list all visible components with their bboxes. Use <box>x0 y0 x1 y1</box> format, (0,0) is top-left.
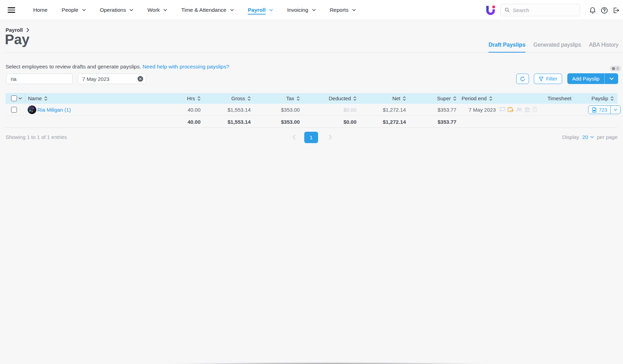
chevron-down-icon <box>590 136 594 138</box>
chevron-down-icon <box>614 109 617 111</box>
refresh-button[interactable] <box>516 74 529 84</box>
employee-filter-input[interactable] <box>6 74 73 84</box>
tab-generated-payslips[interactable]: Generated payslips <box>533 42 581 53</box>
add-payslip-button[interactable]: Add Payslip <box>567 73 604 84</box>
total-tax: $353.00 <box>281 116 300 128</box>
comment-icon[interactable] <box>499 106 505 113</box>
tab-aba-history[interactable]: ABA History <box>589 42 619 53</box>
col-header-tax[interactable]: Tax <box>286 93 300 104</box>
totals-row: 40.00 $1,553.14 $353.00 $0.00 $1,272.14 … <box>6 116 617 128</box>
date-filter-input[interactable]: 7 May 2023 <box>78 74 146 84</box>
timesheet-export-icon[interactable] <box>507 106 514 113</box>
tab-draft-payslips[interactable]: Draft Payslips <box>489 42 526 53</box>
cell-tax: $353.00 <box>281 104 300 115</box>
payslip-open-button[interactable]: 723 <box>588 106 611 114</box>
cell-gross: $1,553.14 <box>227 104 251 115</box>
sort-icon <box>611 96 614 101</box>
nav-time-attendance[interactable]: Time & Attendance <box>181 7 233 13</box>
total-gross: $1,553.14 <box>227 116 251 128</box>
chevron-down-icon <box>130 9 133 11</box>
cell-deducted: $0.00 <box>343 104 356 115</box>
select-menu-chevron[interactable] <box>18 93 22 104</box>
pagination-page-1[interactable]: 1 <box>304 132 318 143</box>
chevron-down-icon <box>312 9 316 11</box>
nav-home[interactable]: Home <box>33 7 47 13</box>
bottom-shadow <box>121 362 536 364</box>
tab-bar: Draft Payslips Generated payslips ABA Hi… <box>489 0 619 53</box>
pagination-next[interactable] <box>329 134 332 141</box>
col-header-timesheet[interactable]: Timesheet <box>548 93 571 104</box>
pdf-document-icon <box>592 107 597 113</box>
clear-date-icon[interactable] <box>138 76 143 82</box>
selection-count-badge: 0 <box>610 66 621 71</box>
cell-super: $353.77 <box>438 104 456 115</box>
chevron-down-icon <box>610 77 614 80</box>
receipt-icon[interactable] <box>532 106 538 113</box>
page-size-select[interactable]: 20 <box>582 134 594 140</box>
employee-name-link[interactable]: Ria Miligan (1) <box>37 104 71 115</box>
sort-icon <box>403 96 406 101</box>
nav-payroll[interactable]: Payroll <box>248 7 273 13</box>
sort-icon <box>197 96 201 101</box>
col-header-net[interactable]: Net <box>392 93 406 104</box>
avatar[interactable] <box>28 105 36 114</box>
chevron-down-icon <box>230 9 234 11</box>
nav-reports[interactable]: Reports <box>330 7 356 13</box>
page-title: Pay <box>5 32 29 47</box>
entries-summary: Showing 1 to 1 of 1 entries <box>6 134 67 140</box>
refresh-icon <box>520 76 526 82</box>
total-hrs: 40.00 <box>187 116 201 128</box>
display-label: Display <box>562 134 579 140</box>
page-size-control: Display 20 per page <box>562 134 617 140</box>
total-super: $353.77 <box>438 116 456 128</box>
sort-icon <box>489 96 492 101</box>
cell-net: $1,272.14 <box>383 104 406 115</box>
pagination-prev[interactable] <box>292 134 296 141</box>
intro-text: Select employees to review drafts and ge… <box>6 64 229 70</box>
payslip-menu-button[interactable] <box>611 106 620 114</box>
col-header-period-end[interactable]: Period end <box>462 93 492 104</box>
col-header-hrs[interactable]: Hrs <box>187 93 201 104</box>
help-link[interactable]: Need help with processing payslips? <box>142 64 229 69</box>
badge-dot-icon <box>612 67 615 70</box>
sort-icon <box>353 96 356 101</box>
header-separator <box>25 94 25 102</box>
col-header-super[interactable]: Super <box>437 93 456 104</box>
add-payslip-menu-button[interactable] <box>605 73 618 84</box>
chevron-down-icon <box>269 9 273 11</box>
nav-people[interactable]: People <box>62 7 85 13</box>
sort-icon <box>248 96 251 101</box>
total-net: $1,272.14 <box>383 116 406 128</box>
sort-icon <box>453 96 456 101</box>
date-filter-value: 7 May 2023 <box>82 76 138 82</box>
bank-icon[interactable] <box>524 106 530 113</box>
nav-invoicing[interactable]: Invoicing <box>287 7 315 13</box>
select-all-checkbox[interactable] <box>11 95 17 101</box>
sort-icon <box>44 96 47 101</box>
col-header-name[interactable]: Name <box>28 93 47 104</box>
row-checkbox[interactable] <box>11 107 17 113</box>
cell-period-end: 7 May 2023 <box>469 104 496 115</box>
col-header-payslip[interactable]: Payslip <box>592 93 614 104</box>
col-header-deducted[interactable]: Deducted <box>329 93 356 104</box>
chevron-down-icon <box>352 9 356 11</box>
menu-icon[interactable] <box>8 7 15 13</box>
total-deducted: $0.00 <box>343 116 356 128</box>
cell-hrs: 40.00 <box>187 104 201 115</box>
header-divider <box>5 53 623 53</box>
sort-icon <box>297 96 300 101</box>
filter-funnel-icon <box>539 77 543 81</box>
filter-button[interactable]: Filter <box>534 74 562 84</box>
per-page-label: per page <box>597 134 617 140</box>
table-footer: Showing 1 to 1 of 1 entries 1 Display 20… <box>6 130 617 144</box>
chevron-down-icon <box>82 9 86 11</box>
payslip-split-button: 723 <box>588 105 621 114</box>
col-header-gross[interactable]: Gross <box>231 93 251 104</box>
row-status-icons <box>499 104 538 115</box>
table-header: Name Hrs Gross Tax Deducted Net Super P <box>6 93 617 104</box>
chevron-down-icon <box>164 9 167 11</box>
nav-work[interactable]: Work <box>147 7 167 13</box>
nav-operations[interactable]: Operations <box>100 7 133 13</box>
people-icon[interactable] <box>516 106 522 113</box>
add-payslip-split-button: Add Payslip <box>567 73 618 84</box>
